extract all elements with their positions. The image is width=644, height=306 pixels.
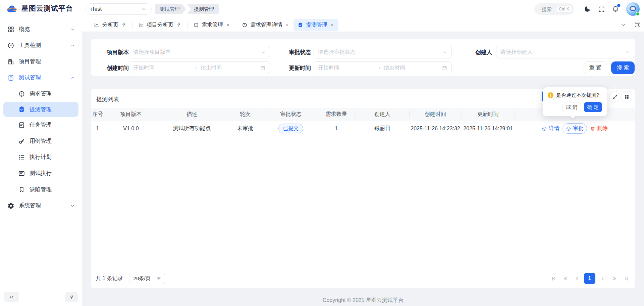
header-actions: Ctrl K xyxy=(534,0,640,18)
sidebar-item-execution-plan[interactable]: 执行计划 xyxy=(0,149,82,165)
cell-index: 1 xyxy=(91,121,104,136)
search-button[interactable]: 搜 索 xyxy=(611,61,635,74)
tab-requirement-management[interactable]: 需求管理 xyxy=(189,19,234,31)
submission-list-card: 提测列表 是否通过本次提测? 取 消 确 定 xyxy=(91,89,635,288)
close-icon[interactable] xyxy=(330,23,334,27)
pin-icon[interactable] xyxy=(176,22,181,28)
delete-link[interactable]: 删除 xyxy=(590,125,608,132)
prev-page-button[interactable] xyxy=(572,274,582,283)
pin-icon[interactable] xyxy=(121,22,126,28)
col-requirement-count: 需求数量 xyxy=(317,108,356,121)
column-settings-button[interactable] xyxy=(621,91,632,102)
tab-requirement-detail[interactable]: 需求管理详情 xyxy=(238,19,293,31)
sidebar-item-overview[interactable]: 概览 xyxy=(0,21,82,37)
tab-submission-management[interactable]: 提测管理 xyxy=(293,19,338,31)
task-icon xyxy=(18,122,25,129)
clipboard-check-icon xyxy=(298,22,303,28)
breadcrumb-item[interactable]: 测试管理 xyxy=(155,4,186,14)
prev-5-pages-button[interactable] xyxy=(560,274,570,283)
sidebar-item-case-management[interactable]: 用例管理 xyxy=(0,133,82,149)
arrow-right-icon xyxy=(376,65,381,71)
cell-requirement-count: 1 xyxy=(317,121,356,136)
approval-status-input[interactable] xyxy=(318,49,442,55)
project-select[interactable]: iTest xyxy=(86,3,152,15)
search-icon xyxy=(538,6,540,12)
create-time-end-input[interactable] xyxy=(201,65,258,71)
col-description: 描述 xyxy=(158,108,226,121)
approve-link[interactable]: 审批 xyxy=(566,125,584,132)
breadcrumb-item[interactable]: 提测管理 xyxy=(187,4,219,14)
first-page-button[interactable] xyxy=(549,274,558,283)
sidebar-collapse-button[interactable] xyxy=(4,292,19,302)
app-title: 星图云测试平台 xyxy=(21,4,73,13)
creator-select[interactable] xyxy=(496,46,634,58)
tab-project-analysis-page[interactable]: 项目分析页 xyxy=(134,19,185,31)
chevron-down-icon xyxy=(70,27,75,32)
create-time-start-input[interactable] xyxy=(133,65,190,71)
sidebar-item-submission-management[interactable]: 提测管理 xyxy=(3,102,78,117)
notifications-button[interactable] xyxy=(611,5,620,13)
last-page-button[interactable] xyxy=(621,274,631,283)
page-tabbar: 分析页 项目分析页 需求管理 需求管理详情 提测管理 xyxy=(82,18,644,32)
close-icon[interactable] xyxy=(226,23,230,27)
detail-link[interactable]: 详情 xyxy=(542,125,559,132)
sidebar-item-task-management[interactable]: 任务管理 xyxy=(0,117,82,133)
chevron-down-icon xyxy=(70,203,75,208)
dark-mode-toggle[interactable] xyxy=(583,5,591,13)
copyright-footer: Copyright © 2025 星图云测试平台 xyxy=(82,297,644,304)
chevron-down-icon xyxy=(141,6,147,12)
page-size-select[interactable]: 20条/页 xyxy=(129,273,165,284)
content-maximize-button[interactable] xyxy=(630,18,644,32)
reset-button[interactable]: 重 置 xyxy=(584,61,607,74)
expand-icon xyxy=(612,94,618,100)
current-page-button[interactable]: 1 xyxy=(584,273,595,284)
cancel-button[interactable]: 取 消 xyxy=(562,102,581,112)
update-time-range-picker[interactable] xyxy=(314,61,452,74)
chevron-left-icon xyxy=(574,276,580,281)
sidebar-item-requirement-management[interactable]: 需求管理 xyxy=(0,86,82,102)
gauge-icon xyxy=(7,42,14,49)
chart-icon xyxy=(94,22,100,28)
approval-status-select[interactable] xyxy=(314,46,452,58)
update-time-end-input[interactable] xyxy=(384,65,439,71)
sidebar-item-project-management[interactable]: 项目管理 xyxy=(0,53,82,70)
compass-icon xyxy=(193,22,199,28)
filter-panel: 项目版本 审批状态 创建人 创建时间 更新时间 重 置 xyxy=(91,39,635,76)
table-row: 1 V1.0.0 测试所有功能点 未审批 已提交 1 臧丽日 2025-11-2… xyxy=(91,121,635,136)
pagination-bar: 共 1 条记录 20条/页 1 xyxy=(96,273,631,284)
project-version-select[interactable] xyxy=(129,46,270,58)
table-fullscreen-button[interactable] xyxy=(609,91,621,102)
sidebar-item-tool-detection[interactable]: 工具检测 xyxy=(0,37,82,53)
project-version-input[interactable] xyxy=(133,49,261,55)
eye-icon xyxy=(566,126,571,131)
close-icon[interactable] xyxy=(285,23,289,27)
creator-input[interactable] xyxy=(500,49,625,55)
tab-analysis-page[interactable]: 分析页 xyxy=(90,19,130,31)
search-input[interactable] xyxy=(542,6,554,12)
last-page-icon xyxy=(623,276,629,281)
fullscreen-button[interactable] xyxy=(597,5,605,13)
confirm-button[interactable]: 确 定 xyxy=(584,102,602,112)
calendar-icon xyxy=(260,65,266,71)
sidebar-item-test-management[interactable]: 测试管理 xyxy=(0,70,82,86)
tab-list-dropdown-button[interactable] xyxy=(616,18,630,32)
user-avatar[interactable] xyxy=(626,2,640,16)
next-page-button[interactable] xyxy=(598,274,607,283)
sidebar-menu: 概览 工具检测 项目管理 测试管理 需求管理 xyxy=(0,21,82,214)
double-chevron-left-icon xyxy=(562,276,568,281)
sidebar-item-defect-management[interactable]: 缺陷管理 xyxy=(0,181,82,198)
cell-round: 未审批 xyxy=(226,121,265,136)
sidebar-item-system-management[interactable]: 系统管理 xyxy=(0,198,82,214)
global-search[interactable]: Ctrl K xyxy=(534,3,574,15)
status-badge: 已提交 xyxy=(278,124,304,133)
next-5-pages-button[interactable] xyxy=(609,274,619,283)
col-approval-status: 审批状态 xyxy=(265,108,317,121)
sidebar-pin-button[interactable] xyxy=(65,292,78,302)
project-select-value: iTest xyxy=(91,6,141,12)
gear-icon xyxy=(7,202,14,209)
sidebar-item-test-execution[interactable]: 测试执行 xyxy=(0,165,82,181)
grid-small-icon xyxy=(624,94,630,100)
update-time-start-input[interactable] xyxy=(318,65,373,71)
sidebar: 概览 工具检测 项目管理 测试管理 需求管理 xyxy=(0,18,82,306)
create-time-range-picker[interactable] xyxy=(129,61,270,74)
